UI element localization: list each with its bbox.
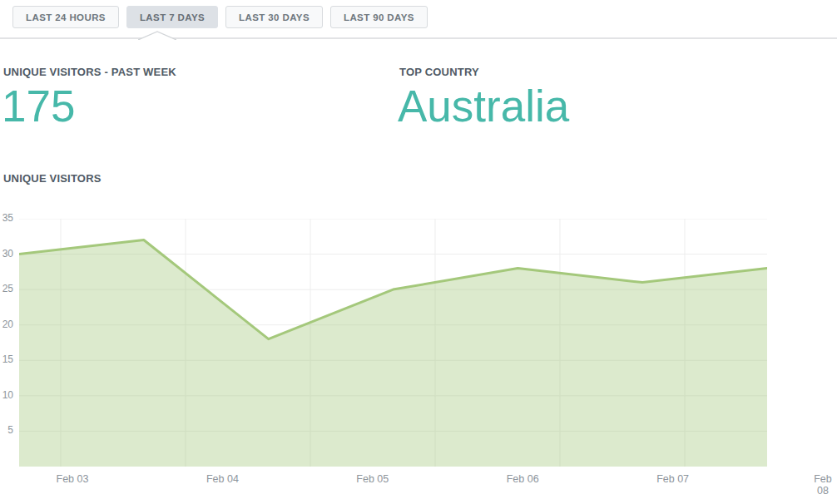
tab-last-7-days[interactable]: LAST 7 DAYS [126,6,218,28]
y-axis-tick-label: 20 [0,319,13,330]
unique-visitors-past-week-label: UNIQUE VISITORS - PAST WEEK [3,66,176,78]
top-country-value: Australia [398,84,569,128]
y-axis-tick-label: 10 [0,389,13,401]
top-country-label: TOP COUNTRY [399,66,479,78]
x-axis-date-label: Feb 06 [485,473,560,485]
analytics-dashboard: LAST 24 HOURS LAST 7 DAYS LAST 30 DAYS L… [0,0,837,504]
y-axis-tick-label: 35 [0,212,13,224]
time-range-tabs: LAST 24 HOURS LAST 7 DAYS LAST 30 DAYS L… [12,6,428,28]
y-axis-tick-label: 15 [0,353,13,365]
x-axis-date-label: Feb 03 [35,473,110,485]
tab-last-90-days[interactable]: LAST 90 DAYS [330,6,428,28]
x-axis-date-label: Feb 04 [185,473,260,485]
tab-last-24-hours[interactable]: LAST 24 HOURS [12,6,119,28]
selected-tab-pointer-icon [138,31,176,40]
x-axis-date-label: Feb 07 [636,473,711,485]
y-axis-tick-label: 30 [0,248,13,259]
tabs-divider [0,37,837,39]
tab-last-30-days[interactable]: LAST 30 DAYS [225,6,323,28]
x-axis-date-label: Feb 05 [335,473,410,485]
unique-visitors-area-chart [19,219,767,467]
chart-area-fill [19,240,767,467]
x-axis-date-label: Feb 08 [808,473,837,497]
y-axis-tick-label: 25 [0,283,13,294]
y-axis-tick-label: 5 [0,424,13,436]
chart-title: UNIQUE VISITORS [3,172,102,185]
unique-visitors-past-week-value: 175 [2,84,75,128]
